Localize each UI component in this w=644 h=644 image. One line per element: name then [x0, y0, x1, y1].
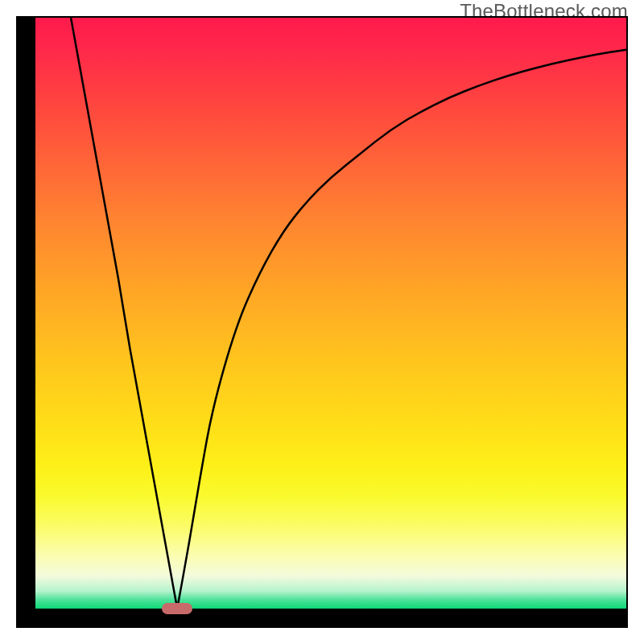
plot-area — [35, 18, 626, 609]
chart-container: TheBottleneck.com — [0, 0, 644, 644]
bottleneck-curve — [35, 18, 626, 609]
plot-frame — [16, 16, 628, 628]
optimal-marker — [162, 603, 192, 614]
